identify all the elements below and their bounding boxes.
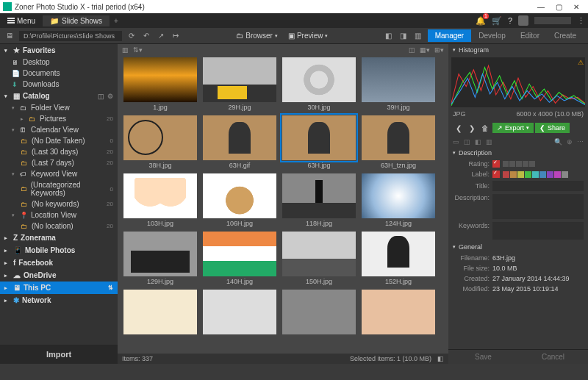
notifications-icon[interactable]: 🔔 xyxy=(476,16,486,26)
thumbnail[interactable] xyxy=(362,115,435,160)
thumbnail[interactable] xyxy=(362,173,435,218)
nav-fwd-icon[interactable]: ↦ xyxy=(171,32,181,40)
view-icon-2[interactable]: ▦▾ xyxy=(420,46,430,54)
tool-icon-7[interactable]: ⋯ xyxy=(577,138,584,146)
thumbnail[interactable] xyxy=(362,232,435,276)
thumbnail[interactable] xyxy=(203,232,276,276)
tree-facebook[interactable]: ▸fFacebook xyxy=(0,257,118,269)
toolbar-icon-2[interactable]: ◨ xyxy=(398,32,409,40)
tool-icon-5[interactable]: 🔍 xyxy=(554,138,562,146)
folder-view[interactable]: ▾🗀Folder View xyxy=(0,102,118,113)
tool-icon-4[interactable]: ▥ xyxy=(486,138,492,146)
tab-slide-shows[interactable]: 📁Slide Shows xyxy=(43,15,110,26)
thumbnail[interactable] xyxy=(282,232,356,276)
tree-catalog[interactable]: ▾▦Catalog◫⚙ xyxy=(0,90,118,102)
toolbar-icon-3[interactable]: ▥ xyxy=(413,32,423,40)
tree-network[interactable]: ▸✱Network xyxy=(0,294,118,306)
close-button[interactable]: ✕ xyxy=(567,3,585,11)
thumbnail[interactable] xyxy=(203,173,276,218)
keyword-view[interactable]: ▾🏷Keyword View xyxy=(0,168,118,179)
label-check[interactable] xyxy=(492,171,500,178)
catalog-opt-icon[interactable]: ◫ xyxy=(98,93,104,100)
tool-icon-2[interactable]: ◫ xyxy=(464,138,470,146)
preview-dropdown[interactable]: ▣Preview▾ xyxy=(285,30,331,41)
new-tab-button[interactable]: + xyxy=(114,17,118,25)
sort-icon[interactable]: ⇅▾ xyxy=(133,46,143,54)
rating-dots[interactable] xyxy=(503,161,535,167)
tool-icon-1[interactable]: ▭ xyxy=(453,138,459,146)
import-button[interactable]: Import xyxy=(0,345,118,364)
tree-mobile[interactable]: ▸📱Mobile Photos xyxy=(0,244,118,257)
username[interactable] xyxy=(534,17,571,24)
monitor-icon[interactable]: 🖥 xyxy=(4,32,15,40)
mode-create[interactable]: Create xyxy=(547,29,584,42)
thumbnail[interactable] xyxy=(362,57,435,102)
thumbnail-grid[interactable]: 1.jpg29H.jpg30H.jpg39H.jpg38H.jpg63H.gif… xyxy=(118,56,441,354)
cart-icon[interactable]: 🛒 xyxy=(492,16,502,26)
save-button[interactable]: Save xyxy=(448,350,518,364)
fav-downloads[interactable]: ⬇Downloads xyxy=(0,79,118,90)
mode-editor[interactable]: Editor xyxy=(513,29,547,42)
kw-uncat[interactable]: 🗀(Uncategorized Keywords)0 xyxy=(0,179,118,198)
thumbnail[interactable] xyxy=(123,57,197,102)
tree-zonerama[interactable]: ▸ZZonerama xyxy=(0,232,118,244)
prev-button[interactable]: ❮ xyxy=(453,122,465,134)
catalog-gear-icon[interactable]: ⚙ xyxy=(107,93,113,100)
thumbnail[interactable] xyxy=(123,115,197,160)
thumbnail[interactable] xyxy=(123,232,197,276)
thumbnail[interactable] xyxy=(123,290,197,334)
browser-dropdown[interactable]: 🗀Browser▾ xyxy=(233,30,281,41)
thumbnail[interactable] xyxy=(282,173,356,218)
loc-none[interactable]: 🗀(No location)20 xyxy=(0,221,118,232)
calendar-view[interactable]: ▾🗓Calendar View xyxy=(0,124,118,135)
settings-icon[interactable]: ⋮ xyxy=(577,16,585,26)
description-header[interactable]: ▾Description xyxy=(448,147,588,159)
path-field[interactable]: D:\Profile\Pictures\Slide Shows xyxy=(19,31,122,41)
maximize-button[interactable]: ▢ xyxy=(550,3,567,11)
cancel-button[interactable]: Cancel xyxy=(518,350,588,364)
filter-icon[interactable]: ▥ xyxy=(122,46,129,54)
fav-documents[interactable]: 📄Documents xyxy=(0,68,118,79)
question-icon[interactable]: ? xyxy=(508,16,512,25)
nav-up-icon[interactable]: ↗ xyxy=(156,32,166,40)
view-icon-1[interactable]: ◫ xyxy=(409,46,415,54)
thumbnail[interactable] xyxy=(282,115,356,160)
color-swatches[interactable] xyxy=(503,171,568,178)
description-field[interactable] xyxy=(492,194,584,219)
kw-none[interactable]: 🗀(No keywords)20 xyxy=(0,198,118,209)
keywords-field[interactable] xyxy=(492,222,584,240)
mode-develop[interactable]: Develop xyxy=(471,29,513,42)
mode-manager[interactable]: Manager xyxy=(428,29,471,42)
thumbnail[interactable] xyxy=(203,57,276,102)
tree-thispc[interactable]: ▸🖥This PC⇅ xyxy=(0,282,118,294)
export-button[interactable]: ↗Export▾ xyxy=(492,123,534,133)
location-view[interactable]: ▾📍Location View xyxy=(0,209,118,221)
user-avatar[interactable] xyxy=(518,15,528,26)
refresh-icon[interactable]: ⟳ xyxy=(126,32,137,40)
thumbnail[interactable] xyxy=(282,57,356,102)
status-icon[interactable]: ◧ xyxy=(437,355,444,362)
delete-button[interactable]: 🗑 xyxy=(479,122,491,134)
tree-onedrive[interactable]: ▸☁OneDrive xyxy=(0,269,118,282)
tool-icon-3[interactable]: ◧ xyxy=(475,138,481,146)
general-header[interactable]: ▾General xyxy=(448,241,588,253)
fav-desktop[interactable]: 🖥Desktop xyxy=(0,57,118,68)
thumbnail[interactable] xyxy=(203,115,276,160)
minimize-button[interactable]: — xyxy=(532,3,550,11)
menu-button[interactable]: Menu xyxy=(3,15,40,26)
thumbnail[interactable] xyxy=(362,290,435,334)
title-field[interactable] xyxy=(492,181,584,191)
rating-check[interactable] xyxy=(492,160,500,168)
thumbnail[interactable] xyxy=(123,173,197,218)
thumbnail[interactable] xyxy=(203,290,276,334)
histogram-header[interactable]: ▾Histogram xyxy=(448,44,588,56)
tool-icon-6[interactable]: ⊕ xyxy=(567,138,573,146)
share-button[interactable]: ❮Share xyxy=(535,123,570,133)
cal-last30[interactable]: 🗀(Last 30 days)20 xyxy=(0,146,118,157)
view-icon-3[interactable]: ⊞▾ xyxy=(434,46,444,54)
cal-nodate[interactable]: 🗀(No Date Taken)0 xyxy=(0,135,118,146)
next-button[interactable]: ❯ xyxy=(466,122,478,134)
tree-favorites[interactable]: ▾★Favorites xyxy=(0,44,118,57)
pictures-folder[interactable]: ▸🗀Pictures20 xyxy=(0,113,118,124)
toolbar-icon-1[interactable]: ◧ xyxy=(384,32,394,40)
